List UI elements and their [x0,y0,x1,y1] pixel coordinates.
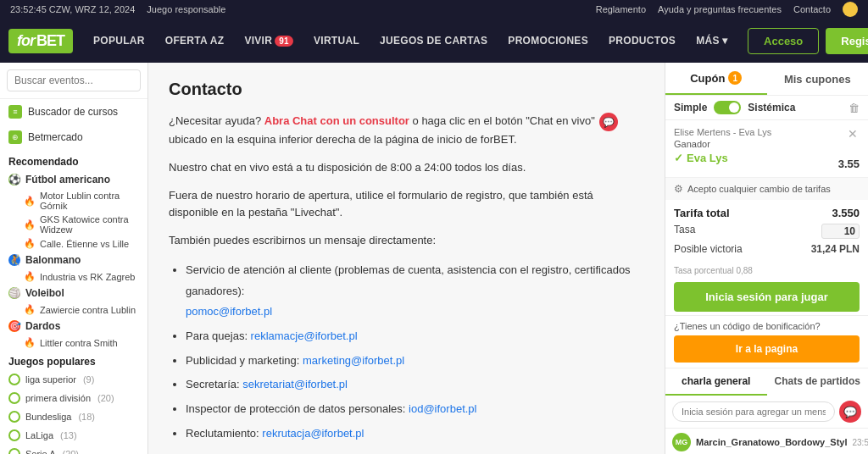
page-title: Contacto [169,80,644,99]
bonus-button[interactable]: Ir a la pagina [674,335,860,363]
nav-popular[interactable]: POPULAR [85,30,153,52]
chat-input[interactable] [672,401,835,422]
league-serie-a[interactable]: Serie A (20) [0,445,147,454]
sport-balonmano[interactable]: 🤾 Balonmano [0,251,147,269]
logo-for: for [17,32,35,50]
tab-match-chats[interactable]: Chats de partidos [767,368,869,396]
tab-match-label: Chats de partidos [775,375,860,387]
chat-section: charla general Chats de partidos 💬 MG Ma… [665,368,868,454]
sidebar-label-buscador: Buscador de cursos [28,106,118,118]
logo[interactable]: forBET [8,29,73,53]
label-sistemic: Sistémica [748,102,795,114]
email-sekretariat[interactable]: sekretariat@iforbet.pl [242,378,348,390]
match-etienne[interactable]: 🔥 Calle. Étienne vs Lille [0,236,147,251]
nav-mas[interactable]: MÁS ▾ [687,30,736,52]
tasa-input[interactable] [821,224,860,239]
league-bundesliga[interactable]: Bundesliga (18) [0,407,147,426]
search-input[interactable] [7,69,141,91]
responsible-link[interactable]: Juego responsable [147,4,225,14]
league-icon-2 [8,392,20,404]
bet-right-side: ✕ 3.55 [838,127,860,170]
tab-coupon-label: Cupón [690,72,725,85]
betmercado-icon: ⊕ [8,130,22,144]
sport-label-futbol: Fútbol americano [25,174,110,185]
fire-icon-3: 🔥 [24,238,36,249]
email-rekrutacja[interactable]: rekrutacja@iforbet.pl [262,427,364,440]
league-label-3: Bundesliga [25,412,71,422]
sport-futbol-americano[interactable]: ⚽ Fútbol americano [0,170,147,189]
league-count-2: (20) [97,393,114,403]
league-laliga[interactable]: LaLiga (13) [0,426,147,445]
tarifas-row[interactable]: ⚙ Acepto cualquier cambio de tarifas [665,178,868,200]
match-label-4: Industria vs RK Zagreb [40,272,136,282]
list-item-5: Reclutamiento: rekrutacja@iforbet.pl [186,424,644,445]
email-reklamacje[interactable]: reklamacje@iforbet.pl [251,329,358,342]
nav-cartas[interactable]: JUEGOS DE CARTAS [371,30,496,52]
intro-paragraph: ¿Necesitar ayuda? Abra Chat con un consu… [169,113,644,149]
tab-my-coupons[interactable]: Mis cupones [767,63,869,95]
header: forBET POPULAR OFERTA AZ VIVIR 91 VIRTUA… [0,19,868,63]
ayuda-link[interactable]: Ayuda y preguntas frecuentes [658,4,782,14]
right-panel: Cupón 1 Mis cupones Simple Sistémica 🗑 E… [665,63,868,454]
list-text-1: Para quejas: [186,329,251,342]
chat-bubble-icon[interactable]: 💬 [599,113,618,131]
match-gks[interactable]: 🔥 GKS Katowice contra Widzew [0,213,147,236]
tab-coupon[interactable]: Cupón 1 [665,63,767,95]
sidebar-item-buscador[interactable]: ≡ Buscador de cursos [0,99,147,125]
sidebar-label-betmercado: Betmercado [28,131,83,143]
league-label-1: liga superior [25,374,76,385]
register-button[interactable]: Registro [826,28,868,54]
bet-selection-label: Eva Lys [687,152,728,164]
sport-label-dardos: Dardos [25,320,60,332]
datetime: 23:52:45 CZW, WRZ 12, 2024 [10,4,135,14]
play-button[interactable]: Inicia sesión para jugar [674,282,860,312]
section-juegos-populares: Juegos populares [0,350,147,370]
chat-send-button[interactable]: 💬 [839,401,861,423]
fire-icon-4: 🔥 [24,271,36,282]
tab-general-chat[interactable]: charla general [665,368,767,396]
match-industria[interactable]: 🔥 Industria vs RK Zagreb [0,269,147,284]
trash-icon[interactable]: 🗑 [849,102,860,114]
nav-promociones[interactable]: PROMOCIONES [499,30,597,52]
list-text-5: Reclutamiento: [186,427,262,440]
league-liga-superior[interactable]: liga superior (9) [0,370,147,389]
sport-dot-dardos: 🎯 [8,320,20,332]
match-motor-lublin[interactable]: 🔥 Motor Lublin contra Górnik [0,189,147,213]
fire-icon-6: 🔥 [24,337,36,348]
para1-end: ubicado en la esquina inferior derecha d… [169,133,517,146]
nav-virtual[interactable]: VIRTUAL [305,30,368,52]
league-label-2: primera división [25,393,91,403]
sidebar-search-container [0,63,147,99]
match-zawiercie[interactable]: 🔥 Zawiercie contra Lublin [0,302,147,317]
email-marketing[interactable]: marketing@iforbet.pl [303,354,404,367]
nav-oferta[interactable]: OFERTA AZ [157,30,233,52]
fire-icon-1: 🔥 [24,196,36,207]
tab-my-coupons-label: Mis cupones [784,73,851,86]
sport-dardos[interactable]: 🎯 Dardos [0,317,147,335]
sidebar-item-betmercado[interactable]: ⊕ Betmercado [0,125,147,150]
sport-voleibol[interactable]: 🏐 Voleibol [0,284,147,302]
theme-icon[interactable] [843,2,858,17]
bet-type-toggle[interactable] [714,101,741,114]
match-label-2: GKS Katowice contra Widzew [40,214,139,235]
chat-msg-time: 23:52 [853,438,869,447]
sport-label-voleibol: Voleibol [25,287,64,299]
reglamento-link[interactable]: Reglamento [596,4,646,14]
league-label-4: LaLiga [25,430,53,440]
close-bet-button[interactable]: ✕ [846,127,860,141]
league-count-5: (20) [62,449,79,454]
contacto-link[interactable]: Contacto [793,4,831,14]
chat-link[interactable]: Abra Chat con un consultor [264,114,409,127]
match-littler[interactable]: 🔥 Littler contra Smith [0,335,147,350]
chat-input-row: 💬 [665,396,868,429]
league-primera-division[interactable]: primera división (20) [0,389,147,407]
top-bar-right: Reglamento Ayuda y preguntas frecuentes … [596,2,858,17]
email-pomoc[interactable]: pomoc@iforbet.pl [186,305,272,318]
access-button[interactable]: Acceso [748,28,819,54]
sport-dot-balonmano: 🤾 [8,254,20,266]
nav-vivir[interactable]: VIVIR 91 [236,30,302,52]
tasa-note: Tasa porcentual 0,88 [665,266,868,279]
email-iod[interactable]: iod@iforbet.pl [409,402,476,415]
nav-productos[interactable]: PRODUCTOS [600,30,684,52]
sport-dot-futbol: ⚽ [8,174,20,185]
